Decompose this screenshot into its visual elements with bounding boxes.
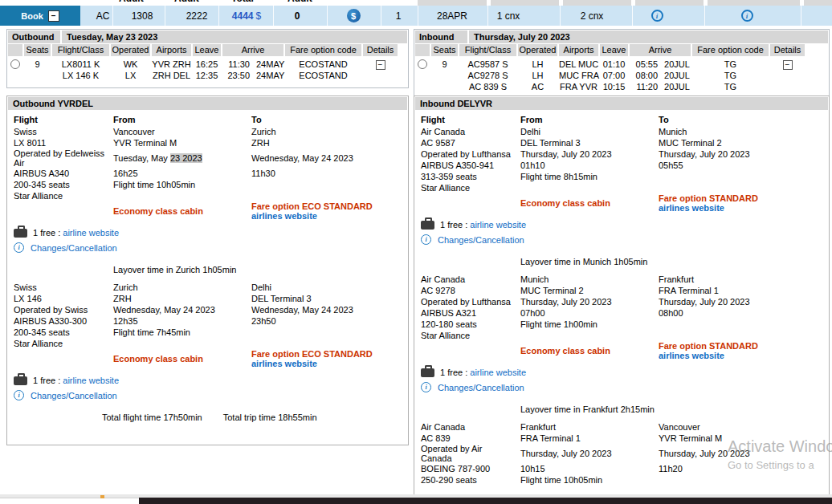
empty [659,182,822,193]
column-header: Arrive [222,44,283,56]
leave-time: 16:25 [193,59,221,70]
empty [113,338,251,349]
collapse-icon[interactable]: − [48,10,59,22]
fare-airlines-website-link[interactable]: airlines website [659,351,822,360]
empty [659,319,822,330]
fare-option-code: TG [692,81,769,92]
book-button-label: Book [21,11,43,21]
flight-class: AC9278 S [459,70,516,81]
cabin-fare-row: Economy class cabinFare option ECO STAND… [14,349,402,368]
arrive: 23:5024MAY [222,70,283,81]
to-date: Wednesday, May 24 2023 [251,304,402,315]
flight-class: AC9587 S [459,59,516,70]
changes-cancellation-link[interactable]: Changes/Cancellation [31,243,117,253]
column-header: Flight/Class [459,44,516,56]
baggage-icon [421,368,434,377]
details-toggle[interactable]: − [783,60,793,70]
info-icon[interactable]: i [14,390,24,400]
baggage-allowance: 1 free : airline website [33,228,119,238]
to-date: Thursday, July 20 2023 [659,148,822,160]
to-date: Thursday, July 20 2023 [659,444,822,463]
seat-radio[interactable] [418,59,427,69]
cabin-class-label: Economy class cabin [520,198,610,208]
flight-number: AC 839 [421,433,520,444]
fare-airlines-website-link[interactable]: airlines website [251,359,402,368]
to-city: Vancouver [659,421,822,433]
alliance: Star Alliance [421,182,520,193]
details-toggle[interactable]: − [376,60,385,70]
book-button[interactable]: Book − [0,6,80,26]
detail-row: AC 839FRA Terminal 1YVR Terminal M [421,433,822,444]
changes-cancellation-link[interactable]: Changes/Cancellation [438,383,524,392]
col-header-adult: Adult [119,0,144,4]
info-icon[interactable]: i [421,382,431,392]
detail-row: AC 9278MUC Terminal 2FRA Terminal 1 [421,285,822,296]
flight-number: LX 146 [14,293,113,304]
inbound-label: Inbound [415,30,467,43]
fare-airlines-website-link[interactable]: airlines website [251,211,402,221]
outbound-panel: Outbound Tuesday, May 23 2023 SeatsFligh… [6,29,409,88]
baggage-website-link[interactable]: airline website [63,228,119,238]
zero-value: 0 [289,6,305,26]
segment-date: Wednesday, May 24 2023 [251,153,353,163]
info-icon[interactable]: i [421,234,431,245]
detail-row: Air CanadaFrankfurtVancouver [421,421,822,433]
detail-column-header: From [113,115,251,124]
partial-header-cell [418,0,487,6]
seat-radio[interactable] [10,59,20,69]
from-date: Thursday, July 20 2023 [520,148,659,160]
cell [415,70,430,81]
detail-column-header: From [520,115,659,124]
alliance: Star Alliance [421,330,520,341]
changes-cancellation-link[interactable]: Changes/Cancellation [438,235,524,245]
from-date: Thursday, July 20 2023 [520,444,659,463]
outbound-strip: Outbound Tuesday, May 23 2023 [8,30,407,43]
changes-row: iChanges/Cancellation [14,242,402,253]
airports: FRA YVR [559,81,598,92]
seat-capacity: 250-290 seats [421,474,520,486]
operated-carrier: LH [518,59,557,70]
flight-segment-row: LX 146 KLXZRH DEL12:3523:5024MAYECOSTAND [8,70,407,81]
segment-date: Thursday, July 20 2023 [659,149,750,159]
baggage-website-link[interactable]: airline website [63,376,119,385]
outbound-connections: 1 cnx [490,6,527,26]
empty [421,341,520,360]
detail-column-headers: FlightFromTo [14,115,402,124]
info-icon[interactable]: i [651,10,663,22]
cell [770,70,805,81]
inbound-flight-table: SeatsFlight/ClassOperatedAirportsLeaveAr… [414,44,829,92]
to-terminal: MUC Terminal 2 [659,137,822,148]
seat-capacity: 120-180 seats [421,319,520,330]
changes-cancellation-link[interactable]: Changes/Cancellation [31,391,117,400]
flight-detail-segment: SwissZurichDelhiLX 146ZRHDEL Terminal 3O… [14,282,402,368]
fare-option-code: TG [692,59,769,70]
segment-date: Thursday, July 20 2023 [659,449,750,458]
baggage-website-link[interactable]: airline website [470,220,526,230]
fare-option-code: ECOSTAND [285,59,361,70]
detail-column-header: To [251,115,402,124]
info-icon[interactable]: i [14,242,24,253]
info-icon[interactable]: i [741,10,753,22]
inbound-details-title: Inbound DELYVR [415,97,828,110]
layover-info: Layover time in Zurich 1h05min [113,265,402,274]
from-city: Zurich [113,282,251,293]
arrival-time: 05h55 [659,160,822,171]
carrier-code: AC [87,6,119,26]
operated-by: Operated by Edelweiss Air [14,148,113,168]
dollar-icon[interactable]: $ [347,9,361,22]
date-code: 28APR [430,6,474,26]
cabin-class: Economy class cabin [113,201,251,221]
changes-row: iChanges/Cancellation [14,390,402,400]
changes-row: iChanges/Cancellation [421,382,822,392]
layover-info: Layover time in Frankfurt 2h15min [520,404,822,414]
detail-column-header: Flight [421,115,520,124]
booking-summary-bar: Book − AC 1308 2222 4444$ 0 $ 1 28APR 1 … [0,6,832,26]
detail-row: Operated by SwissWednesday, May 24 2023W… [14,304,402,315]
from-terminal: FRA Terminal 1 [520,433,659,444]
fare-amount-1: 1308 [122,6,162,26]
cabin-fare-row: Economy class cabinFare option STANDARDa… [421,193,822,213]
baggage-website-link[interactable]: airline website [470,368,526,377]
arrive: 08:0020JUL [630,70,691,81]
fare-airlines-website-link[interactable]: airlines website [659,203,822,213]
operated-carrier: WK [111,59,150,70]
